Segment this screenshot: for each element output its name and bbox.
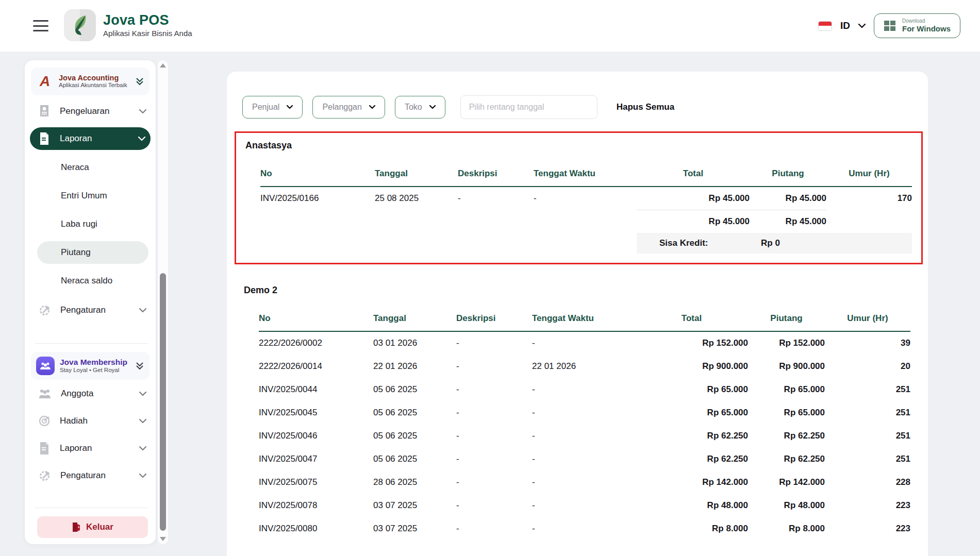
column-header: No — [260, 169, 375, 187]
table-row: INV/2025/004405 06 2025--Rp 65.000Rp 65.… — [259, 378, 910, 401]
report-section: Demo 2NoTanggalDeskripsiTenggat WaktuTot… — [235, 285, 923, 547]
table-row: INV/2025/004505 06 2025--Rp 65.000Rp 65.… — [259, 401, 910, 424]
settings-icon — [38, 304, 51, 317]
members-icon — [38, 388, 52, 399]
column-header: Total — [635, 313, 748, 331]
sidebar-divider — [35, 343, 148, 344]
table-row: INV/2025/004705 06 2025--Rp 62.250Rp 62.… — [259, 447, 910, 470]
download-for-windows-button[interactable]: Download For Windows — [874, 13, 960, 38]
section-title: Demo 2 — [244, 285, 923, 296]
sidebar-item-pengaturan-membership[interactable]: Pengaturan — [25, 464, 156, 487]
column-header: Piutang — [750, 169, 826, 187]
jova-accounting-subtitle: Aplikasi Akuntansi Terbaik — [59, 82, 130, 89]
submenu-item-neraca[interactable]: Neraca — [25, 156, 156, 179]
sidebar-item-pengaturan[interactable]: Pengaturan — [25, 299, 156, 322]
submenu-item-entri-umum[interactable]: Entri Umum — [25, 184, 156, 207]
report-table: NoTanggalDeskripsiTenggat WaktuTotalPiut… — [260, 169, 912, 254]
scroll-down-icon[interactable] — [160, 537, 166, 541]
submenu-item-neraca-saldo[interactable]: Neraca saldo — [25, 269, 156, 292]
report-sections: AnastasyaNoTanggalDeskripsiTenggat Waktu… — [235, 131, 912, 547]
jova-membership-subtitle: Stay Loyal • Get Royal — [60, 367, 130, 374]
jova-accounting-banner[interactable]: A Jova Accounting Aplikasi Akuntansi Ter… — [31, 68, 150, 95]
document-icon — [38, 442, 51, 455]
jova-membership-banner[interactable]: Jova Membership Stay Loyal • Get Royal — [31, 352, 150, 380]
top-bar: Jova POS Aplikasi Kasir Bisnis Anda ID D… — [0, 0, 980, 52]
filter-pelanggan-dropdown[interactable]: Pelanggan — [312, 96, 385, 119]
column-header: Deskripsi — [456, 313, 532, 331]
document-icon — [38, 132, 51, 145]
clear-all-filters[interactable]: Hapus Semua — [617, 102, 674, 112]
language-selector[interactable]: ID — [840, 20, 850, 31]
date-range-input[interactable] — [460, 95, 597, 119]
table-row: INV/2025/007528 06 2025--Rp 142.000Rp 14… — [259, 470, 910, 494]
section-title: Anastasya — [245, 140, 921, 151]
filter-penjual-dropdown[interactable]: Penjual — [242, 96, 303, 119]
sidebar-item-hadiah[interactable]: Hadiah — [25, 410, 156, 432]
table-row: INV/2025/007803 07 2025--Rp 48.000Rp 48.… — [259, 494, 910, 517]
download-small-label: Download — [902, 18, 951, 24]
chevron-down-icon — [139, 419, 146, 424]
submenu-item-piutang[interactable]: Piutang — [37, 241, 148, 264]
chevron-down-icon — [138, 137, 145, 141]
column-header: Piutang — [748, 313, 825, 331]
app-window: Jova POS Aplikasi Kasir Bisnis Anda ID D… — [0, 0, 980, 556]
column-header: Deskripsi — [458, 169, 534, 187]
filter-bar: Penjual Pelanggan Toko Hapus Semua — [242, 95, 912, 119]
chevron-down-icon — [287, 105, 293, 109]
sidebar-item-anggota[interactable]: Anggota — [25, 382, 156, 405]
double-chevron-icon — [135, 77, 144, 86]
receipt-icon — [38, 105, 51, 118]
scroll-up-icon[interactable] — [160, 63, 166, 68]
sidebar-item-pengeluaran[interactable]: Pengeluaran — [25, 100, 156, 123]
column-header: Tenggat Waktu — [534, 169, 637, 187]
download-main-label: For Windows — [902, 24, 951, 33]
chevron-down-icon — [139, 308, 146, 313]
logout-label: Keluar — [86, 522, 113, 532]
table-row: INV/2025/004605 06 2025--Rp 62.250Rp 62.… — [259, 424, 910, 447]
reward-icon — [38, 415, 51, 427]
chevron-down-icon — [139, 474, 146, 478]
scrollbar-thumb[interactable] — [160, 273, 166, 531]
jova-accounting-logo-icon: A — [36, 73, 54, 90]
windows-icon — [884, 20, 896, 32]
table-row: 2222/2026/001422 01 2026-22 01 2026Rp 90… — [259, 355, 910, 378]
column-header: Tanggal — [373, 313, 456, 331]
membership-logo-icon — [36, 357, 55, 375]
main-content: Penjual Pelanggan Toko Hapus Semua Anas — [227, 72, 928, 556]
chevron-down-icon — [369, 105, 375, 109]
double-chevron-icon — [135, 361, 144, 370]
logout-door-icon — [72, 522, 81, 532]
sidebar-scrollbar — [158, 60, 168, 544]
totals-row: Rp 45.000Rp 45.000 — [260, 210, 912, 233]
column-header: Umur (Hr) — [825, 313, 910, 331]
brand: Jova POS Aplikasi Kasir Bisnis Anda — [64, 9, 192, 41]
column-header: Tanggal — [375, 169, 458, 187]
table-row: 2222/2026/000203 01 2026--Rp 152.000Rp 1… — [259, 331, 910, 355]
hamburger-icon[interactable] — [32, 19, 49, 33]
jova-accounting-title: Jova Accounting — [59, 74, 130, 82]
app-tagline: Aplikasi Kasir Bisnis Anda — [103, 29, 192, 38]
sisa-kredit-row: Sisa Kredit:Rp 0 — [260, 233, 912, 254]
chevron-down-icon — [139, 109, 146, 114]
submenu-item-laba-rugi[interactable]: Laba rugi — [25, 213, 156, 235]
column-header: Total — [637, 169, 750, 187]
sidebar-item-laporan[interactable]: Laporan — [30, 127, 151, 150]
app-title: Jova POS — [103, 13, 192, 27]
settings-icon — [38, 469, 51, 482]
report-section: AnastasyaNoTanggalDeskripsiTenggat Waktu… — [235, 131, 923, 264]
chevron-down-icon — [429, 105, 436, 109]
flag-id-icon — [818, 21, 832, 31]
chevron-down-icon[interactable] — [858, 24, 866, 28]
column-header: No — [259, 313, 373, 331]
sidebar-item-laporan-membership[interactable]: Laporan — [25, 437, 156, 460]
sidebar: A Jova Accounting Aplikasi Akuntansi Ter… — [25, 60, 156, 544]
logout-button[interactable]: Keluar — [37, 516, 148, 538]
filter-toko-dropdown[interactable]: Toko — [395, 96, 445, 119]
chevron-down-icon — [139, 392, 146, 396]
report-table: NoTanggalDeskripsiTenggat WaktuTotalPiut… — [259, 313, 910, 540]
leaf-logo-icon — [64, 9, 96, 41]
sidebar-divider — [35, 508, 148, 508]
table-row: INV/2025/016625 08 2025--Rp 45.000Rp 45.… — [260, 187, 912, 210]
chevron-down-icon — [139, 446, 146, 451]
laporan-submenu: Neraca Entri Umum Laba rugi Piutang Nera… — [25, 156, 156, 292]
